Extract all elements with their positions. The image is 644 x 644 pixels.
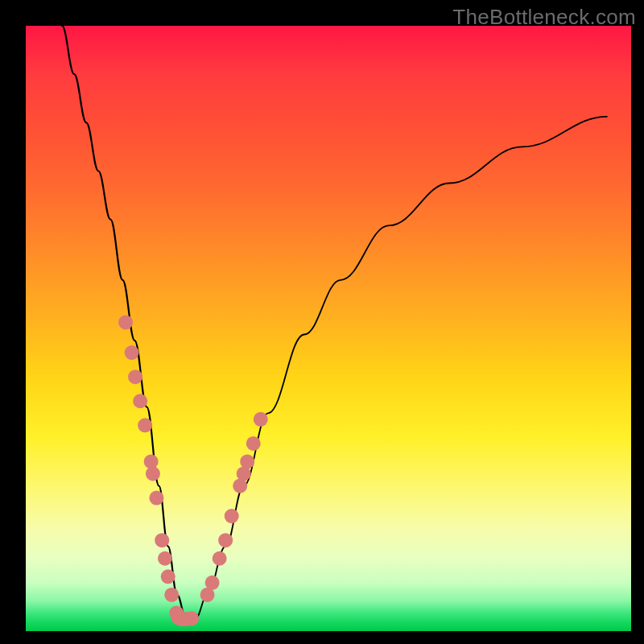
chart-svg [26,26,631,631]
marker-dot [218,533,233,547]
marker-dot [133,394,147,408]
marker-dot [246,436,261,451]
bottleneck-curve [62,26,607,619]
marker-dot [128,369,142,384]
chart-frame: TheBottleneck.com [0,0,644,644]
marker-dot [149,491,163,506]
marker-dot [240,454,254,469]
highlight-markers [118,315,268,625]
plot-area [26,26,631,631]
marker-dot [184,611,199,625]
marker-dot [138,418,152,432]
marker-dot [144,454,159,469]
marker-dot [205,576,220,590]
marker-dot [158,551,172,566]
marker-dot [213,551,227,566]
watermark-text: TheBottleneck.com [452,5,636,30]
marker-dot [155,533,169,547]
marker-dot [125,345,139,360]
marker-dot [164,588,179,602]
marker-dot [254,412,268,427]
curve-right [186,117,607,619]
marker-dot [118,315,133,329]
marker-dot [146,466,160,481]
marker-dot [225,509,239,523]
marker-dot [161,569,175,584]
